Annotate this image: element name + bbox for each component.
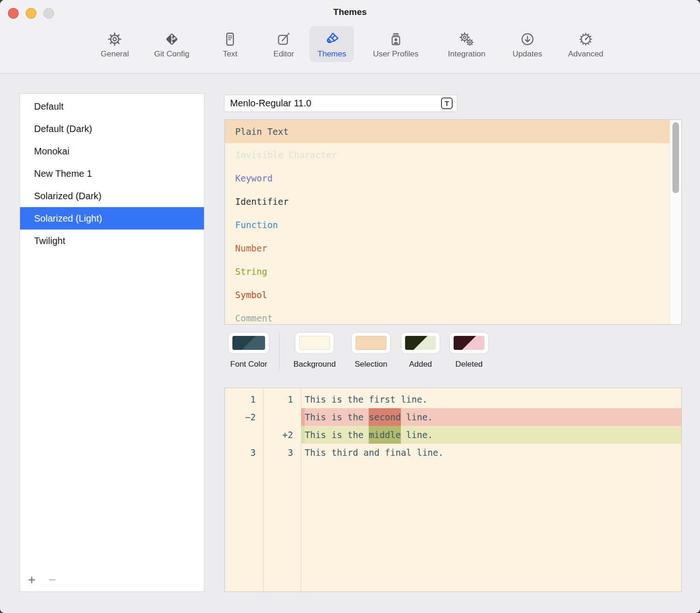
download-circle-icon [518,30,536,49]
selection-color-well[interactable] [351,332,391,354]
new-line-number: 3 [263,444,293,461]
swatch-label: Selection [355,360,387,369]
old-line-number: 3 [225,444,256,461]
content: DefaultDefault (Dark)MonokaiNew Theme 1S… [0,74,700,613]
swatch-divider [279,332,280,370]
diff-line-text: This third and final line. [305,444,443,461]
diff-row-added: +2This is the middle line. [225,426,681,444]
gears-icon [458,30,476,49]
add-theme-button[interactable]: + [24,570,40,592]
theme-item-monokai[interactable]: Monokai [20,140,204,162]
toolbar: General Git Config Text Editor Themes Us… [0,0,700,74]
tab-themes[interactable]: Themes [309,26,354,62]
swatch-label: Background [294,360,336,369]
font-color-color-chip [232,336,265,350]
tab-text[interactable]: Text [213,26,247,62]
user-card-icon [387,30,405,49]
paintbrush-icon [323,30,341,49]
added-swatch: Added [401,332,440,374]
style-row-identifier[interactable]: Identifier [225,190,670,213]
tab-label: User Profiles [373,49,418,59]
tab-label: Updates [512,49,542,59]
diff-line-text: This is the second line. [305,408,433,426]
style-row-string[interactable]: String [225,260,670,283]
font-color-color-well[interactable] [228,332,269,354]
tab-label: Text [223,49,237,59]
font-field[interactable]: Menlo-Regular 11.0 T [224,95,457,112]
diff-word-highlight: second [369,408,401,426]
style-row-symbol[interactable]: Symbol [225,283,670,306]
diff-row-edge-marker [301,408,305,426]
style-preview-list: Plain TextInvisible CharacterKeywordIden… [224,119,682,325]
tab-label: Editor [273,49,294,59]
text-document-icon [221,30,239,49]
preferences-window: Themes General Git Config Text Editor Th… [0,0,700,613]
font-picker-button[interactable]: T [441,98,453,109]
swatch-label: Deleted [455,360,483,369]
scrollbar-thumb[interactable] [672,122,679,193]
style-row-invisible-character[interactable]: Invisible Character [225,143,670,167]
tab-git-config[interactable]: Git Config [146,26,197,62]
tab-updates[interactable]: Updates [504,26,550,62]
deleted-color-well[interactable] [449,332,489,354]
tab-label: Integration [448,49,485,59]
theme-item-default[interactable]: Default [20,95,204,118]
theme-item-new-theme-1[interactable]: New Theme 1 [20,162,204,185]
editor-pencil-icon [275,30,293,49]
background-color-chip [299,336,330,350]
old-line-number: 1 [225,390,256,408]
old-line-number [225,426,256,444]
diff-row-edge-marker [301,426,305,444]
style-row-number[interactable]: Number [225,237,670,260]
tab-general[interactable]: General [93,26,137,62]
tab-advanced[interactable]: Advanced [560,26,611,62]
remove-theme-button[interactable]: − [44,570,60,592]
font-name-value: Menlo-Regular 11.0 [230,95,311,111]
git-branch-icon [163,30,181,49]
diff-word-highlight: middle [369,426,401,444]
tab-user-profiles[interactable]: User Profiles [365,26,426,62]
style-row-comment[interactable]: Comment [225,306,670,325]
deleted-swatch: Deleted [449,332,489,374]
tab-label: Themes [317,49,346,59]
tab-label: Advanced [568,49,603,59]
style-row-plain-text[interactable]: Plain Text [225,120,670,143]
new-line-number: +2 [263,426,293,444]
font-color-swatch: Font Color [228,332,269,374]
theme-list: DefaultDefault (Dark)MonokaiNew Theme 1S… [20,93,204,592]
tab-editor[interactable]: Editor [266,26,302,62]
diff-preview: 11This is the first line.−2This is the s… [224,388,682,592]
diff-row-context: 11This is the first line. [225,390,681,408]
titlebar: Themes General Git Config Text Editor Th… [0,0,700,74]
diff-row-context: 33This third and final line. [225,444,681,461]
selection-color-chip [356,336,386,350]
diff-row-deleted: −2This is the second line. [225,408,681,426]
theme-item-twilight[interactable]: Twilight [20,230,204,252]
tab-label: Git Config [154,49,189,59]
background-color-well[interactable] [295,332,334,354]
tab-integration[interactable]: Integration [440,26,493,62]
gear-icon [106,30,124,49]
theme-item-default-dark[interactable]: Default (Dark) [20,118,204,140]
added-color-chip [405,336,436,350]
theme-item-solarized-light[interactable]: Solarized (Light) [20,207,204,230]
swatch-label: Added [409,360,432,369]
swatch-label: Font Color [230,360,267,369]
deleted-color-chip [454,336,484,350]
diff-line-text: This is the middle line. [305,426,433,444]
old-line-number: −2 [225,408,256,426]
background-swatch: Background [295,332,334,374]
theme-item-solarized-dark[interactable]: Solarized (Dark) [20,185,204,207]
new-line-number [263,408,293,426]
new-line-number: 1 [263,390,293,408]
scrollbar-track[interactable] [670,120,681,324]
selection-swatch: Selection [351,332,391,374]
diff-line-text: This is the first line. [305,390,427,408]
added-color-well[interactable] [401,332,440,354]
tab-label: General [101,49,129,59]
style-row-function[interactable]: Function [225,213,670,237]
advanced-gear-icon [577,30,595,49]
style-row-keyword[interactable]: Keyword [225,167,670,190]
list-footer: + − [20,570,204,592]
